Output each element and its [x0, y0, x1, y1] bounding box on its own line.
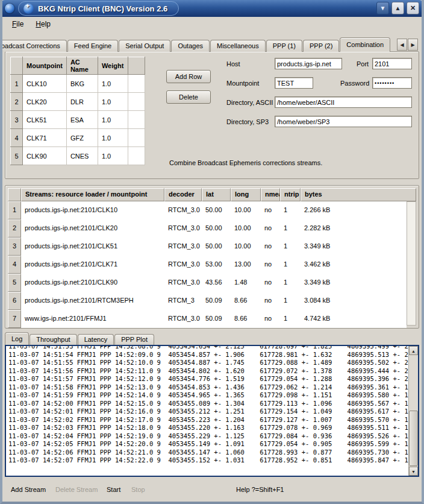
tab-feed-engine[interactable]: Feed Engine — [67, 40, 118, 52]
stream-row[interactable]: 2 products.igs-ip.net:2101/CLK20 RTCM_3.… — [8, 219, 407, 238]
table-row: 3 CLK51 ESA 1.0 — [11, 111, 145, 129]
tab-ppp-plot[interactable]: PPP Plot — [114, 334, 154, 345]
directory-ascii-input[interactable] — [275, 96, 412, 108]
cell-mountpoint[interactable]: CLK71 — [23, 129, 67, 147]
directory-sp3-input[interactable] — [275, 116, 412, 127]
add-row-button[interactable]: Add Row — [166, 70, 211, 83]
system-menu-icon[interactable] — [5, 4, 14, 13]
stream-source: products.igs-ip.net:2101/CLK90 — [21, 274, 164, 292]
stream-long: 8.66 — [231, 310, 261, 328]
stream-long: 10.00 — [231, 201, 261, 219]
tab-outages[interactable]: Outages — [171, 40, 210, 52]
window-title: BKG Ntrip Client (BNC) Version 2.6 — [38, 4, 167, 13]
stream-bytes: 3.349 kB — [301, 274, 407, 292]
stream-long: 10.00 — [231, 238, 261, 256]
scrollbar-thumb[interactable] — [409, 411, 418, 466]
scroll-up-icon[interactable]: ▲ — [409, 346, 418, 355]
stream-row[interactable]: 3 products.igs-ip.net:2101/CLK51 RTCM_3.… — [8, 238, 407, 256]
cell-mountpoint[interactable]: CLK90 — [23, 147, 67, 165]
col-header-nmea: nmea — [261, 188, 280, 201]
stream-ntrip: 1 — [280, 310, 301, 328]
stream-row[interactable]: 4 products.igs-ip.net:2101/CLK71 RTCM_3.… — [8, 256, 407, 274]
col-header-ac-name: AC Name — [66, 57, 98, 75]
tab-combination[interactable]: Combination — [340, 37, 390, 52]
minimize-button[interactable]: ▼ — [376, 2, 389, 14]
stop-button: Stop — [131, 486, 145, 493]
stream-bytes: 3.462 kB — [301, 256, 407, 274]
help-hint: Help ?=Shift+F1 — [236, 486, 284, 493]
cell-ac-name[interactable]: BKG — [66, 75, 98, 93]
cell-mountpoint[interactable]: CLK51 — [23, 111, 67, 129]
stream-decoder: RTCM_3.0 — [164, 256, 202, 274]
stream-lat: 50.00 — [202, 238, 231, 256]
cell-mountpoint[interactable]: CLK20 — [23, 93, 67, 111]
cell-weight[interactable]: 1.0 — [98, 111, 128, 129]
add-stream-button[interactable]: Add Stream — [11, 486, 46, 493]
cell-ac-name[interactable]: CNES — [66, 147, 98, 165]
combination-caption: Combine Broadcast Ephemeris corrections … — [169, 159, 322, 166]
title-pill: BKG Ntrip Client (BNC) Version 2.6 — [18, 1, 179, 16]
tab-ppp-2[interactable]: PPP (2) — [303, 40, 339, 52]
stream-row[interactable]: 7 www.igs-ip.net:2101/FFMJ1 RTCM_3.0 50.… — [8, 310, 407, 328]
scroll-down-icon[interactable]: ▼ — [409, 467, 418, 476]
stream-ntrip: 1 — [280, 219, 301, 238]
tab-log[interactable]: Log — [5, 332, 29, 345]
menubar: File Help — [2, 17, 422, 31]
app-icon — [23, 4, 34, 14]
tab-latency[interactable]: Latency — [78, 334, 114, 345]
tab-throughput[interactable]: Throughput — [30, 334, 76, 345]
stream-lat: 50.09 — [202, 310, 231, 328]
stream-ntrip: 1 — [280, 256, 301, 274]
menu-help[interactable]: Help — [30, 18, 57, 30]
delete-button[interactable]: Delete — [166, 90, 211, 104]
password-input[interactable] — [372, 77, 412, 89]
cell-ac-name[interactable]: GFZ — [66, 129, 98, 147]
titlebar: BKG Ntrip Client (BNC) Version 2.6 ▼ ▲ ✕ — [0, 0, 424, 17]
stream-row[interactable]: 1 products.igs-ip.net:2101/CLK10 RTCM_3.… — [8, 201, 407, 219]
cell-mountpoint[interactable]: CLK10 — [23, 75, 67, 93]
stream-nmea: no — [261, 256, 280, 274]
cell-weight[interactable]: 1.0 — [98, 75, 128, 93]
tab-ppp-1[interactable]: PPP (1) — [266, 40, 302, 52]
stream-row[interactable]: 6 products.igs-ip.net:2101/RTCM3EPH RTCM… — [8, 292, 407, 310]
col-header-lat: lat — [202, 188, 231, 201]
cell-weight[interactable]: 1.0 — [98, 93, 128, 111]
cell-weight[interactable]: 1.0 — [98, 147, 128, 165]
stream-ntrip: 1 — [280, 238, 301, 256]
close-button[interactable]: ✕ — [407, 2, 419, 14]
directory-ascii-label: Directory, ASCII — [226, 99, 273, 106]
cell-ac-name[interactable]: ESA — [66, 111, 98, 129]
stream-row[interactable]: 5 products.igs-ip.net:2101/CLK90 RTCM_3.… — [8, 274, 407, 292]
tab-scroll-right-icon[interactable]: ▶ — [408, 39, 418, 51]
col-header-streams: Streams: resource loader / mountpoint — [21, 188, 164, 201]
stream-lat: 50.00 — [202, 201, 231, 219]
cell-weight[interactable]: 1.0 — [98, 129, 128, 147]
tab-scroll-left-icon[interactable]: ◀ — [397, 39, 407, 51]
streams-panel: Streams: resource loader / mountpoint de… — [5, 185, 419, 329]
tab-miscellaneous[interactable]: Miscellaneous — [210, 40, 266, 52]
tab-broadcast-corrections[interactable]: Broadcast Corrections — [0, 40, 67, 52]
mountpoint-input[interactable] — [275, 77, 313, 89]
password-label: Password — [340, 80, 369, 87]
stream-decoder: RTCM_3.0 — [164, 201, 202, 219]
log-scrollbar[interactable]: ▲ ▼ — [408, 346, 418, 476]
table-row: 4 CLK71 GFZ 1.0 — [11, 129, 145, 147]
tab-serial-output[interactable]: Serial Output — [119, 40, 170, 52]
stream-bytes: 2.266 kB — [301, 201, 407, 219]
stream-decoder: RTCM_3.0 — [164, 238, 202, 256]
log-tab-bar: Log Throughput Latency PPP Plot — [5, 332, 155, 345]
directory-sp3-label: Directory, SP3 — [226, 118, 269, 125]
stream-decoder: RTCM_3.0 — [164, 219, 202, 238]
stream-decoder: RTCM_3 — [164, 292, 202, 310]
start-button[interactable]: Start — [107, 486, 120, 493]
combination-panel: Mountpoint AC Name Weight 1 CLK10 BKG 1.… — [5, 51, 419, 179]
streams-scrollbar[interactable] — [407, 201, 416, 326]
maximize-button[interactable]: ▲ — [391, 2, 404, 14]
stream-lat: 50.00 — [202, 219, 231, 238]
cell-ac-name[interactable]: DLR — [66, 93, 98, 111]
stream-lat: 53.00 — [202, 256, 231, 274]
host-input[interactable] — [275, 58, 342, 69]
menu-file[interactable]: File — [6, 18, 30, 30]
port-input[interactable] — [372, 58, 412, 69]
stream-nmea: no — [261, 292, 280, 310]
